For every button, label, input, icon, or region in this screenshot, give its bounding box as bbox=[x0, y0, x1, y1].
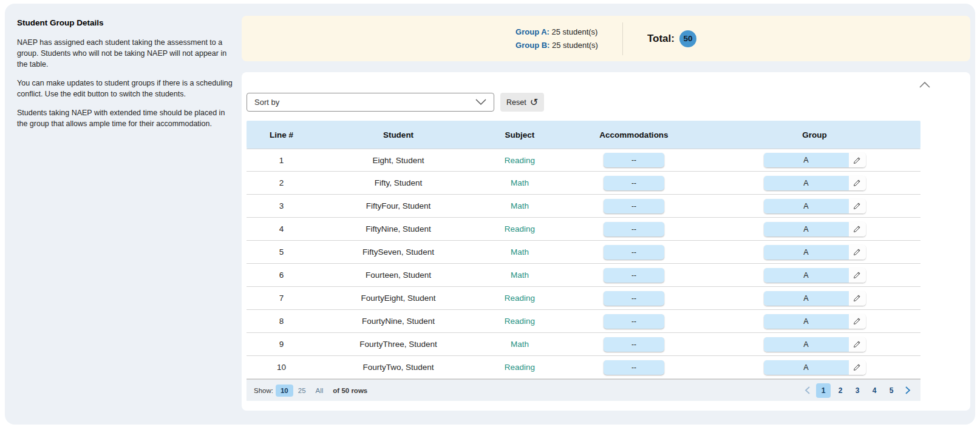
student-name-cell: FourtyNine, Student bbox=[316, 317, 480, 326]
column-header-group: Group bbox=[709, 130, 920, 139]
page-number-button[interactable]: 1 bbox=[816, 383, 831, 398]
student-name-cell: Eight, Student bbox=[316, 156, 480, 165]
summary-banner-inner: Group A: 25 student(s) Group B: 25 stude… bbox=[516, 22, 696, 55]
rows-count-label: of 50 rows bbox=[333, 387, 367, 394]
column-header-student: Student bbox=[316, 130, 480, 139]
page-size-option[interactable]: 10 bbox=[276, 385, 293, 397]
page-number-button[interactable]: 5 bbox=[884, 383, 899, 398]
group-control: A bbox=[764, 291, 866, 306]
edit-group-button[interactable] bbox=[849, 153, 866, 167]
line-number-cell: 5 bbox=[247, 247, 316, 257]
sort-by-placeholder: Sort by bbox=[254, 98, 279, 107]
chevron-down-icon bbox=[475, 99, 486, 106]
student-table-card: Sort by Reset ↺ Line # Student Subject A… bbox=[242, 72, 970, 411]
table-row: 2Fifty, StudentMath--A bbox=[247, 172, 920, 195]
line-number-cell: 10 bbox=[247, 363, 316, 372]
group-a-label: Group A: bbox=[516, 27, 550, 36]
group-badge: A bbox=[764, 337, 849, 352]
subject-cell: Reading bbox=[505, 317, 535, 326]
edit-group-button[interactable] bbox=[849, 268, 866, 283]
previous-page-button[interactable] bbox=[800, 383, 814, 398]
pencil-icon bbox=[853, 294, 861, 302]
group-b-count: Group B: 25 student(s) bbox=[516, 41, 598, 50]
pencil-icon bbox=[853, 156, 861, 164]
page-size-buttons: 1025All bbox=[276, 385, 328, 397]
table-row: 3FiftyFour, StudentMath--A bbox=[247, 195, 920, 218]
sidebar-paragraph-1: NAEP has assigned each student taking th… bbox=[17, 37, 234, 70]
table-row: 4FiftyNine, StudentReading--A bbox=[247, 218, 920, 241]
total-count: Total: 50 bbox=[647, 30, 696, 47]
accommodations-badge: -- bbox=[604, 222, 664, 237]
accommodations-badge: -- bbox=[604, 199, 664, 213]
chevron-up-icon bbox=[919, 81, 930, 88]
accommodations-badge: -- bbox=[604, 314, 664, 329]
student-name-cell: FourtyTwo, Student bbox=[316, 363, 480, 372]
page-number-button[interactable]: 2 bbox=[833, 383, 848, 398]
edit-group-button[interactable] bbox=[849, 245, 866, 260]
accommodations-badge: -- bbox=[604, 360, 664, 375]
edit-group-button[interactable] bbox=[849, 222, 866, 237]
table-row: 7FourtyEight, StudentReading--A bbox=[247, 287, 920, 310]
edit-group-button[interactable] bbox=[849, 176, 866, 190]
column-header-subject: Subject bbox=[480, 130, 559, 139]
group-badge: A bbox=[764, 245, 849, 260]
line-number-cell: 6 bbox=[247, 270, 316, 280]
next-page-button[interactable] bbox=[901, 383, 914, 398]
student-name-cell: FiftyFour, Student bbox=[316, 201, 480, 210]
table-row: 8FourtyNine, StudentReading--A bbox=[247, 310, 920, 333]
group-control: A bbox=[764, 199, 866, 213]
edit-group-button[interactable] bbox=[849, 360, 866, 375]
group-badge: A bbox=[764, 268, 849, 283]
reset-button[interactable]: Reset ↺ bbox=[500, 93, 544, 112]
edit-group-button[interactable] bbox=[849, 291, 866, 306]
toolbar: Sort by Reset ↺ bbox=[247, 93, 920, 112]
page-number-button[interactable]: 3 bbox=[850, 383, 865, 398]
table-row: 5FiftySeven, StudentMath--A bbox=[247, 241, 920, 264]
accommodations-badge: -- bbox=[604, 337, 664, 352]
student-name-cell: Fourteen, Student bbox=[316, 270, 480, 280]
sort-by-select[interactable]: Sort by bbox=[247, 93, 494, 112]
line-number-cell: 7 bbox=[247, 294, 316, 303]
edit-group-button[interactable] bbox=[849, 199, 866, 213]
line-number-cell: 3 bbox=[247, 201, 316, 210]
table-header: Line # Student Subject Accommodations Gr… bbox=[247, 121, 920, 149]
edit-group-button[interactable] bbox=[849, 337, 866, 352]
group-badge: A bbox=[764, 314, 849, 329]
subject-cell: Reading bbox=[505, 156, 535, 165]
line-number-cell: 8 bbox=[247, 317, 316, 326]
page-size-option[interactable]: 25 bbox=[293, 385, 311, 397]
subject-cell: Math bbox=[511, 201, 529, 210]
total-badge: 50 bbox=[679, 30, 696, 47]
students-table: Line # Student Subject Accommodations Gr… bbox=[247, 121, 920, 401]
card-inner: Sort by Reset ↺ Line # Student Subject A… bbox=[247, 93, 920, 401]
pencil-icon bbox=[853, 363, 861, 371]
pencil-icon bbox=[853, 317, 861, 325]
table-row: 1Eight, StudentReading--A bbox=[247, 149, 920, 172]
group-control: A bbox=[764, 268, 866, 283]
show-label: Show: bbox=[254, 387, 273, 394]
subject-cell: Math bbox=[511, 270, 529, 280]
pagination-controls: 12345 bbox=[800, 383, 914, 398]
page-number-buttons: 12345 bbox=[816, 383, 899, 398]
group-badge: A bbox=[764, 222, 849, 237]
group-a-count: Group A: 25 student(s) bbox=[516, 27, 598, 36]
page-size-option[interactable]: All bbox=[311, 385, 328, 397]
student-name-cell: Fifty, Student bbox=[316, 178, 480, 187]
line-number-cell: 1 bbox=[247, 156, 316, 165]
edit-group-button[interactable] bbox=[849, 314, 866, 329]
line-number-cell: 4 bbox=[247, 224, 316, 233]
pencil-icon bbox=[853, 271, 861, 279]
pencil-icon bbox=[853, 179, 861, 187]
page-number-button[interactable]: 4 bbox=[867, 383, 882, 398]
student-name-cell: FourtyThree, Student bbox=[316, 340, 480, 349]
collapse-panel-button[interactable] bbox=[918, 79, 931, 91]
subject-cell: Math bbox=[511, 340, 529, 349]
summary-banner: Group A: 25 student(s) Group B: 25 stude… bbox=[242, 16, 970, 61]
subject-cell: Reading bbox=[505, 224, 535, 233]
group-a-value: 25 student(s) bbox=[552, 27, 598, 36]
content: Group A: 25 student(s) Group B: 25 stude… bbox=[242, 4, 975, 425]
student-name-cell: FiftySeven, Student bbox=[316, 247, 480, 257]
group-badge: A bbox=[764, 153, 849, 167]
accommodations-badge: -- bbox=[604, 176, 664, 190]
subject-cell: Reading bbox=[505, 363, 535, 372]
